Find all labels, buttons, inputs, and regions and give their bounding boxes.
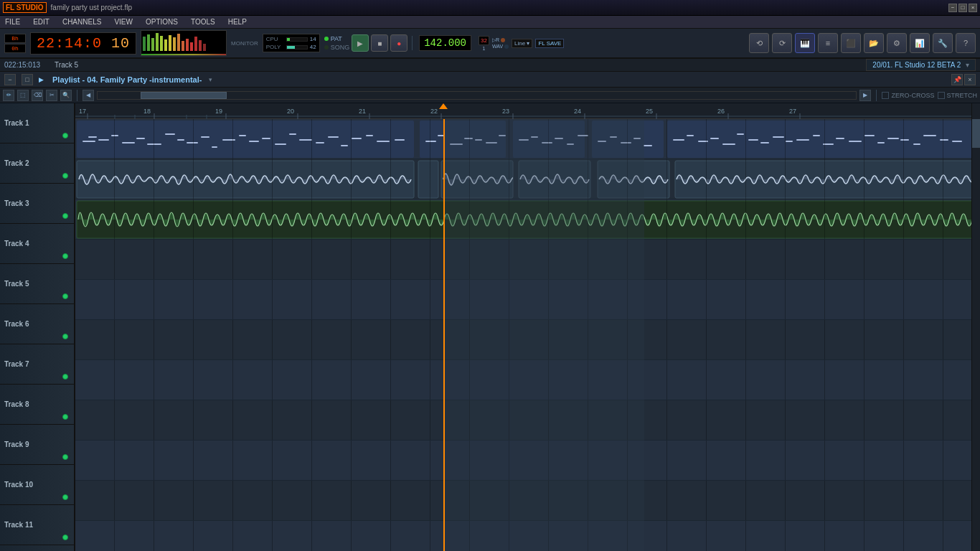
playlist-dropdown[interactable]: ▾ [209, 76, 212, 83]
track-header-track11[interactable]: Track 11 [0, 505, 74, 545]
routing-led [501, 38, 505, 42]
menu-channels[interactable]: CHANNELS [60, 17, 103, 27]
cpu-poly-meters: CPU 14 POLY 42 [263, 34, 320, 52]
svg-rect-105 [823, 143, 834, 145]
track2-row[interactable] [75, 159, 971, 199]
svg-rect-113 [923, 135, 936, 136]
tempo-display[interactable]: 142.000 [419, 35, 471, 51]
track-header-track3[interactable]: Track 3 [0, 184, 74, 224]
tool-button-piano[interactable]: 🎹 [795, 33, 815, 53]
record-button[interactable]: ● [390, 34, 407, 52]
horizontal-scrollbar[interactable] [97, 91, 857, 100]
svg-rect-1 [147, 34, 150, 51]
mixer-dropdown-icon: ▾ [966, 61, 969, 69]
svg-rect-92 [644, 145, 652, 146]
tool-button-mixer[interactable]: ≡ [818, 33, 838, 53]
song-led [324, 45, 329, 50]
track1-row[interactable] [75, 119, 971, 159]
track6-row[interactable] [75, 320, 971, 360]
svg-rect-5 [164, 39, 167, 51]
track3-row[interactable] [75, 199, 971, 240]
close-button[interactable]: × [969, 4, 977, 12]
track-header-track6[interactable]: Track 6 [0, 304, 74, 344]
menu-tools[interactable]: TOOLS [189, 17, 217, 27]
svg-rect-111 [900, 139, 909, 141]
tool-draw[interactable]: ✏ [3, 90, 14, 101]
playlist-min-btn[interactable]: − [4, 74, 16, 85]
playlist-close-btn[interactable]: × [964, 74, 976, 85]
svg-rect-9 [182, 41, 184, 51]
track2-dot [62, 173, 68, 179]
playlist-max-btn[interactable]: □ [22, 74, 33, 85]
svg-rect-90 [621, 142, 631, 143]
track-header-track2[interactable]: Track 2 [0, 143, 74, 184]
svg-rect-76 [438, 135, 445, 136]
track-header-track12[interactable]: Track 12 [0, 545, 74, 551]
track-header-track1[interactable]: Track 1 [0, 103, 74, 143]
tool-button-settings[interactable]: ⚙ [887, 33, 907, 53]
track-header-track4[interactable]: Track 4 [0, 224, 74, 264]
tool-erase[interactable]: ⌫ [32, 90, 43, 101]
tool-button-plugin[interactable]: ⬛ [841, 33, 861, 53]
track6-dot [62, 334, 68, 339]
track8-row[interactable] [75, 400, 971, 441]
track9-name: Track 9 [4, 441, 70, 448]
track-header-track8[interactable]: Track 8 [0, 385, 74, 425]
track-header-track7[interactable]: Track 7 [0, 344, 74, 385]
track-header-track5[interactable]: Track 5 [0, 264, 74, 304]
track-header-track9[interactable]: Track 9 [0, 425, 74, 465]
track-header-track10[interactable]: Track 10 [0, 465, 74, 505]
svg-rect-107 [849, 141, 862, 142]
menu-file[interactable]: FILE [3, 17, 22, 27]
tool-select[interactable]: ⬚ [17, 90, 29, 101]
tool-zoom[interactable]: 🔍 [60, 90, 72, 101]
stretch-checkbox[interactable] [938, 92, 945, 99]
mixer-info[interactable]: 20/01. FL Studio 12 BETA 2 ▾ [866, 59, 976, 71]
maximize-button[interactable]: □ [958, 4, 967, 12]
track-content-wrapper: 17 18 19 20 21 22 23 24 25 [75, 103, 971, 551]
zero-cross-checkbox[interactable] [882, 92, 889, 99]
menu-help[interactable]: HELP [226, 17, 249, 27]
tool-button-1[interactable]: ⟲ [749, 33, 769, 53]
tool-button-help[interactable]: ? [956, 33, 976, 53]
playlist-title: Playlist - 04. Family Party -instrumenta… [52, 75, 202, 84]
scrollbar-thumb[interactable] [141, 92, 227, 99]
menu-edit[interactable]: EDIT [31, 17, 52, 27]
svg-text:26: 26 [717, 108, 725, 115]
svg-rect-60 [212, 146, 217, 148]
svg-text:25: 25 [646, 108, 653, 115]
track9-row[interactable] [75, 441, 971, 481]
svg-rect-11 [190, 42, 193, 51]
track7-dot [62, 374, 68, 380]
tool-button-browser[interactable]: 📂 [864, 33, 884, 53]
minimize-button[interactable]: − [948, 4, 957, 12]
play-button[interactable]: ▶ [352, 34, 369, 52]
svg-rect-59 [201, 136, 209, 138]
tool-button-2[interactable]: ⟳ [772, 33, 792, 53]
tool-slice[interactable]: ✂ [46, 90, 57, 101]
tracks-container[interactable] [75, 119, 971, 551]
tool-button-snap[interactable]: 🔧 [933, 33, 953, 53]
vertical-scrollbar[interactable] [971, 103, 980, 551]
tool-button-cpu[interactable]: 📊 [910, 33, 930, 53]
svg-rect-47 [592, 121, 664, 158]
scroll-left[interactable]: ◀ [83, 90, 94, 101]
fl-save-btn[interactable]: FL SAVE [535, 39, 564, 48]
menu-options[interactable]: OPTIONS [143, 17, 180, 27]
vscroll-thumb[interactable] [972, 119, 980, 148]
svg-marker-29 [439, 103, 448, 109]
scroll-right[interactable]: ▶ [859, 90, 871, 101]
bpm-section: Bh 0h [4, 34, 26, 53]
menu-view[interactable]: VIEW [112, 17, 135, 27]
svg-rect-54 [136, 138, 145, 139]
track5-row[interactable] [75, 280, 971, 320]
svg-rect-83 [531, 136, 538, 138]
track7-row[interactable] [75, 360, 971, 400]
track10-row[interactable] [75, 481, 971, 521]
line-dropdown[interactable]: Line ▾ [512, 39, 532, 48]
track11-row[interactable] [75, 521, 971, 551]
track10-dot [62, 494, 68, 500]
playlist-pin-btn[interactable]: 📌 [951, 74, 963, 85]
stop-button[interactable]: ■ [371, 34, 388, 52]
track4-row[interactable] [75, 240, 971, 280]
